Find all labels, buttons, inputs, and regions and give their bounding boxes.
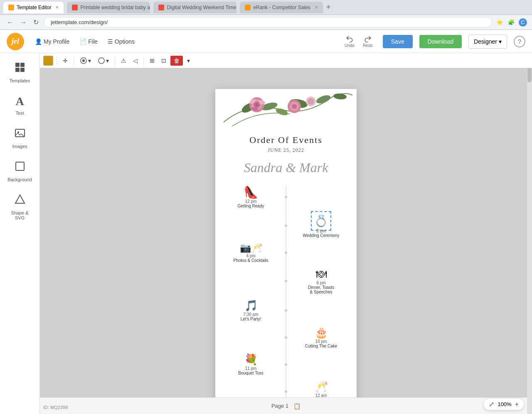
tab-erank[interactable]: eRank - Competitor Sales ✕ [240,2,323,13]
options-icon-nav: ☰ [108,38,113,45]
undo-button[interactable]: Undo [341,33,358,49]
tab-label-3: Digital Wedding Weekend Time... [167,5,236,10]
redo-label: Redo [363,43,373,48]
browser-tabs: Template Editor ✕ Printable wedding brid… [0,0,532,15]
toolbar-separator-4 [143,57,144,65]
replace-button[interactable]: ⊡ [159,56,169,66]
move-tool-button[interactable]: ✛ [60,56,70,66]
getting-ready-time: 12 pm [224,199,278,204]
sidebar-item-text[interactable]: A Text [2,90,37,121]
new-tab-button[interactable]: + [326,3,331,12]
toolbar-separator-3 [115,57,115,65]
party-name: Let's Party! [224,317,278,321]
undo-label: Undo [345,43,355,48]
page-duplicate-button[interactable]: 📋 [293,403,300,409]
sidebar-item-shape-svg[interactable]: Shape & SVG [2,189,37,225]
profile-icon-nav: 👤 [35,38,42,45]
toolbar-separator-2 [74,57,74,65]
color-swatch[interactable] [43,56,53,66]
sendoff-time: 12 am [294,393,348,397]
tab-close-4[interactable]: ✕ [315,5,318,10]
file-label: File [88,38,98,45]
refresh-button[interactable]: ↻ [32,17,40,28]
canvas-scroll-area[interactable]: Order Of Events June 25, 2022 Sandra & M… [40,68,532,397]
profile-icon[interactable]: C [519,18,527,27]
back-button-toolbar[interactable]: ◁ [131,56,140,66]
more-options-button[interactable]: ▾ [185,56,192,66]
designer-chevron-icon: ▾ [499,38,502,45]
bookmark-star-icon[interactable]: ⭐ [495,18,504,27]
svg-point-20 [255,103,259,106]
options-nav[interactable]: ☰ Options [103,36,139,47]
sidebar: Templates A Text Images Background [0,53,40,414]
shape-icon [14,194,26,208]
file-nav[interactable]: 📄 File [75,36,102,47]
forward-button[interactable]: → [18,17,28,28]
sidebar-item-templates[interactable]: Templates [2,57,37,88]
delete-button[interactable]: 🗑 [170,56,183,66]
photos-name: Photos & Cocktails [224,258,278,263]
svg-point-15 [333,93,347,100]
zoom-in-button[interactable]: + [515,401,519,408]
redo-button[interactable]: Redo [360,33,376,49]
tab-favicon [8,5,14,10]
undo-redo-group: Undo Redo [341,33,376,49]
svg-rect-2 [15,68,20,72]
wedding-ceremony-icon[interactable]: 💍 [313,213,329,229]
tab-printable-wedding[interactable]: Printable wedding bridal baby a... ✕ [67,2,150,13]
help-button[interactable]: ? [514,36,525,47]
id-badge: ID: MQ2398 [43,405,68,410]
floral-decoration [215,89,357,131]
svg-point-25 [308,98,314,105]
tab-template-editor[interactable]: Template Editor ✕ [3,2,64,13]
dinner-icon: 🍽 [294,268,348,281]
sidebar-item-background[interactable]: Background [2,155,37,187]
svg-rect-3 [20,68,25,72]
main-layout: Templates A Text Images Background [0,53,532,414]
flip-button[interactable]: ⚠ [118,56,129,66]
zoom-fit-button[interactable]: ⤢ [489,400,494,408]
wedding-ceremony-name: Wedding Ceremony [294,233,348,238]
svg-rect-1 [20,63,25,67]
party-time: 7:30 pm [224,312,278,317]
address-bar: ← → ↻ ⭐ 🧩 C [0,15,532,30]
duplicate-button[interactable]: ⊞ [147,56,157,66]
app-logo[interactable]: jel [7,33,24,50]
wedding-ceremony-time: 2 pm [294,229,348,233]
bouquet-name: Bouquet Toss [224,371,278,375]
sidebar-item-images[interactable]: Images [2,122,37,154]
text-label: Text [15,111,24,116]
back-button[interactable]: ← [5,17,15,28]
tab-digital-wedding[interactable]: Digital Wedding Weekend Time... ✕ [153,2,236,13]
extension-icon[interactable]: 🧩 [507,18,515,27]
page-label: Page 1 [271,403,288,409]
designer-button[interactable]: Designer ▾ [468,34,507,49]
zoom-level: 100% [498,401,511,407]
images-icon [14,127,26,141]
text-icon: A [15,95,24,108]
download-button[interactable]: Download [419,35,462,48]
tab-label: Template Editor [17,5,51,10]
getting-ready-name: Getting Ready [224,204,278,208]
svg-rect-0 [15,63,20,67]
cake-name: Cutting The Cake [294,344,348,348]
svg-point-14 [315,94,331,105]
tab-close[interactable]: ✕ [55,5,59,10]
templates-icon [14,62,26,76]
cake-time: 10 pm [294,339,348,344]
event-title: Order Of Events [224,135,348,145]
templates-label: Templates [9,78,30,83]
getting-ready-icon: 👠 [224,185,278,199]
photos-icon: 📷🥂 [224,243,278,254]
background-icon [14,160,26,175]
scrollbar-track[interactable] [527,53,532,414]
my-profile-nav[interactable]: 👤 My Profile [31,36,74,47]
layer-button[interactable]: ▾ [77,55,94,66]
save-button[interactable]: Save [383,35,413,48]
svg-point-9 [82,59,85,62]
options-label: Options [115,38,135,45]
svg-point-10 [99,58,104,64]
tab-favicon-4 [245,5,251,10]
address-input[interactable] [44,17,492,27]
layer-down-button[interactable]: ▾ [95,55,111,66]
